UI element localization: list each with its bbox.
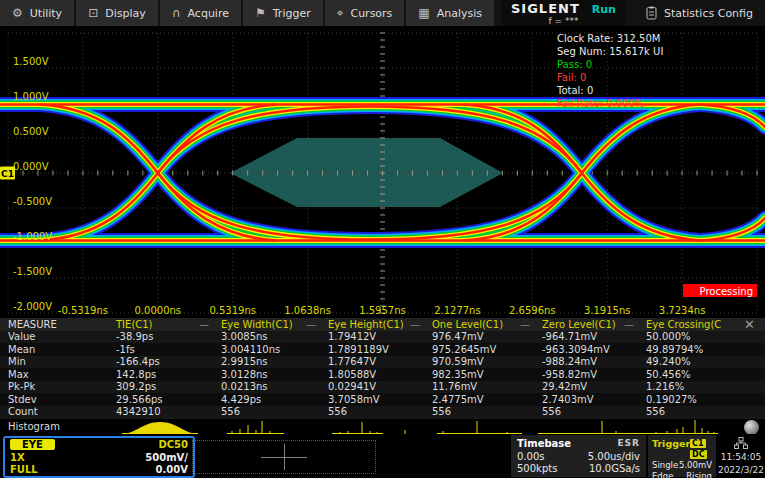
- stat-label: Pk-Pk: [0, 381, 108, 392]
- eye-diagram-canvas: 1.500V1.000V0.500V0.000V-0.500V-1.000V-1…: [0, 26, 765, 318]
- datetime-box[interactable]: 11:54:05 2022/3/22: [718, 435, 764, 477]
- stat-value: -38.9ps: [108, 331, 213, 342]
- channel-name-badge: EYE: [10, 439, 55, 450]
- x-axis-label: 2.1277ns: [434, 305, 481, 316]
- measure-column-header[interactable]: Eye Width(C1)—: [213, 319, 320, 330]
- channel-offset-marker[interactable]: C1: [0, 167, 15, 180]
- brand-box: SIGLENT Run f = ***: [501, 0, 626, 26]
- trigger-source-badge: C1: [690, 439, 705, 448]
- measure-table-header: MEASURETIE(C1)—Eye Width(C1)—Eye Height(…: [0, 318, 765, 331]
- x-axis-label: 2.6596ns: [509, 305, 556, 316]
- stat-value: 309.2ps: [108, 381, 213, 392]
- readout-line: Clock Rate: 312.50M: [557, 33, 660, 44]
- statistics-config-button[interactable]: Statistics Config: [626, 0, 765, 26]
- y-axis-label: 0.000V: [13, 161, 49, 172]
- channel-descriptor-box[interactable]: EYE DC50 1X 500mV/ FULL 0.00V: [3, 436, 195, 478]
- stat-value: -963.3094mV: [534, 344, 638, 355]
- measure-name: One Level(C1): [432, 319, 503, 330]
- stat-value: 3.004110ns: [213, 344, 320, 355]
- stat-value: 2.9915ns: [213, 356, 320, 367]
- channel-offset: 0.00V: [156, 464, 188, 475]
- svg-text:Processing: Processing: [700, 286, 753, 297]
- menu-item-cursors[interactable]: ⌖Cursors: [325, 0, 405, 26]
- y-axis-label: -1.000V: [13, 231, 52, 242]
- processing-badge: Processing: [683, 284, 757, 297]
- stat-value: -988.24mV: [534, 356, 638, 367]
- timebase-points: 500kpts: [517, 463, 557, 474]
- x-axis-label: 1.0638ns: [284, 305, 331, 316]
- measure-corner-label: MEASURE: [0, 319, 108, 330]
- measure-row-min: Min-166.4ps2.9915ns1.77647V970.59mV-988.…: [0, 356, 765, 369]
- measure-name: TIE(C1): [116, 319, 153, 330]
- stat-value: 3.7058mV: [320, 394, 424, 405]
- channel-slot-placeholder[interactable]: [192, 440, 376, 474]
- remove-measure-button[interactable]: —: [520, 319, 530, 330]
- menu-item-acquire[interactable]: ∩Acquire: [160, 0, 241, 26]
- measure-column-header[interactable]: One Level(C1)—: [424, 319, 534, 330]
- menu-item-label: Display: [105, 7, 146, 20]
- stat-value: 975.2645mV: [424, 344, 534, 355]
- stat-value: -964.71mV: [534, 331, 638, 342]
- bottom-bar: EYE DC50 1X 500mV/ FULL 0.00V TimebaseES…: [0, 434, 765, 478]
- stat-value: 4.429ps: [213, 394, 320, 405]
- menu-item-trigger[interactable]: ⚑Trigger: [243, 0, 323, 26]
- menubar: ⚙Utility⊡Display∩Acquire⚑Trigger⌖Cursors…: [0, 0, 765, 26]
- trigger-label: Trigger: [652, 438, 690, 460]
- measure-row-mean: Mean-1fs3.004110ns1.7891189V975.2645mV-9…: [0, 343, 765, 356]
- mask-polygon: [230, 138, 503, 207]
- readout-line: Fail Rate: 0.000%: [557, 98, 644, 109]
- channel-probe: 1X: [10, 452, 25, 463]
- trigger-slope: Rising: [686, 471, 712, 478]
- remove-measure-button[interactable]: —: [306, 319, 316, 330]
- menu-item-utility[interactable]: ⚙Utility: [0, 0, 74, 26]
- stat-value: 976.47mV: [424, 331, 534, 342]
- chart-icon: ▦: [418, 7, 429, 19]
- stat-value: -958.82mV: [534, 369, 638, 380]
- menu-item-label: Cursors: [350, 7, 392, 20]
- measure-column-header[interactable]: Eye Crossing(C1)—: [638, 319, 722, 330]
- histogram-label: Histogram: [8, 421, 60, 432]
- clock-time: 11:54:05: [721, 452, 761, 462]
- timebase-samplerate: 10.0GSa/s: [589, 463, 640, 474]
- stat-value: 2.7403mV: [534, 394, 638, 405]
- monitor-icon: ⊡: [88, 7, 98, 19]
- trigger-level: 5.00mV: [679, 460, 712, 471]
- stat-value: 556: [320, 406, 424, 417]
- statistics-config-label: Statistics Config: [664, 7, 753, 20]
- trigger-box[interactable]: TriggerC1 DC Single5.00mV EdgeRising: [648, 435, 716, 477]
- remove-measure-button[interactable]: —: [199, 319, 209, 330]
- stat-label: Max: [0, 369, 108, 380]
- gear-icon: ⚙: [12, 7, 23, 19]
- channel-coupling: DC50: [158, 439, 188, 450]
- menu-item-display[interactable]: ⊡Display: [76, 0, 158, 26]
- run-status[interactable]: Run: [592, 3, 616, 16]
- measure-name: Eye Width(C1): [221, 319, 293, 330]
- x-axis-labels: -0.5319ns0.0000ns0.5319ns1.0638ns1.5957n…: [58, 305, 706, 316]
- remove-measure-button[interactable]: —: [624, 319, 634, 330]
- channel-bandwidth: FULL: [10, 464, 38, 475]
- readout-line: Pass: 0: [557, 59, 592, 70]
- measure-column-header[interactable]: TIE(C1)—: [108, 319, 213, 330]
- measure-column-header[interactable]: Eye Height(C1)—: [320, 319, 424, 330]
- control-ball[interactable]: [744, 420, 759, 435]
- stat-value: 50.000%: [638, 331, 722, 342]
- timebase-box[interactable]: TimebaseESR 0.00s5.00us/div 500kpts10.0G…: [511, 435, 646, 477]
- menu-item-label: Analysis: [437, 7, 482, 20]
- histogram-canvas: [0, 419, 765, 435]
- stat-value: 556: [638, 406, 722, 417]
- y-axis-label: -1.500V: [13, 266, 52, 277]
- remove-measure-button[interactable]: —: [410, 319, 420, 330]
- y-axis-label: 0.500V: [13, 126, 49, 137]
- measure-row-value: Value-38.9ps3.0085ns1.79412V976.47mV-964…: [0, 331, 765, 344]
- stat-value: 556: [424, 406, 534, 417]
- stat-value: 29.42mV: [534, 381, 638, 392]
- x-axis-label: -0.5319ns: [58, 305, 108, 316]
- menu-item-label: Trigger: [273, 7, 311, 20]
- menu-item-label: Acquire: [188, 7, 229, 20]
- menu-item-analysis[interactable]: ▦Analysis: [406, 0, 494, 26]
- stat-value: 29.566ps: [108, 394, 213, 405]
- main-menu: ⚙Utility⊡Display∩Acquire⚑Trigger⌖Cursors…: [0, 0, 496, 26]
- measure-column-header[interactable]: Zero Level(C1)—: [534, 319, 638, 330]
- close-table-button[interactable]: ✕: [722, 317, 765, 332]
- readout-line: Total: 0: [556, 85, 593, 96]
